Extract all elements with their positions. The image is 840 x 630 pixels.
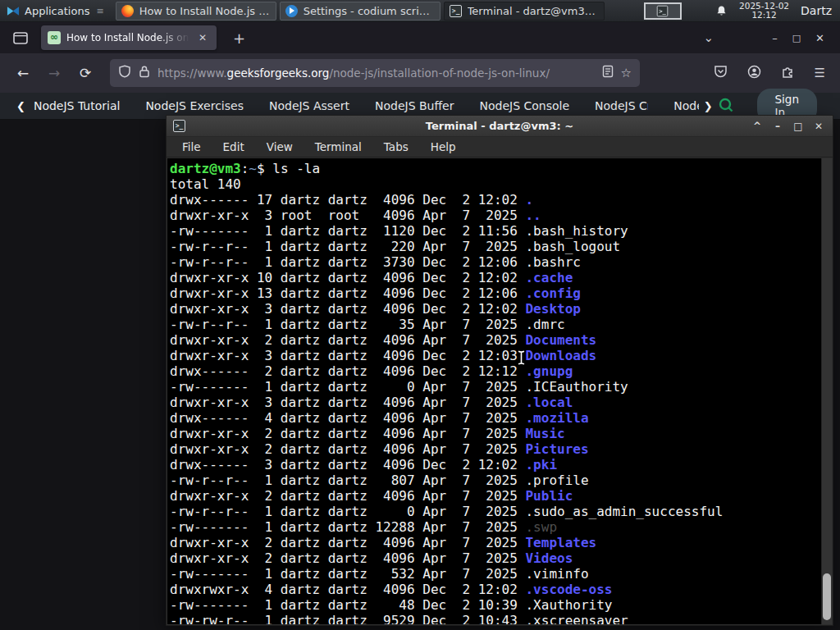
panel-username[interactable]: Dartz — [801, 4, 832, 17]
site-nav-links: NodeJS TutorialNodeJS ExercisesNodeJS As… — [34, 99, 648, 112]
nav-link-nodejs-tutorial[interactable]: NodeJS Tutorial — [34, 99, 120, 112]
workspace-switcher[interactable]: >_ — [644, 2, 682, 20]
applications-menu-button[interactable]: Applications ≡ — [0, 0, 111, 22]
terminal-line: drwxr-xr-x 13 dartz dartz 4096 Dec 2 12:… — [170, 285, 821, 301]
tracking-shield-icon[interactable] — [118, 65, 131, 81]
terminal-line: drwxr-xr-x 3 root root 4096 Apr 7 2025 .… — [170, 208, 821, 223]
terminal-screen[interactable]: dartz@vm3:~$ ls -latotal 140drwx------ 1… — [167, 158, 821, 624]
menu-item-tabs[interactable]: Tabs — [384, 140, 409, 153]
browser-minimize-button[interactable]: – — [765, 30, 785, 46]
terminal-line: -rw------- 1 dartz dartz 0 Apr 7 2025 .I… — [170, 379, 821, 395]
terminal-line: -rw-r--r-- 1 dartz dartz 35 Apr 7 2025 .… — [170, 317, 821, 332]
terminal-line: -rw-rw-r-- 1 dartz dartz 9529 Dec 2 10:4… — [170, 613, 821, 624]
reader-mode-icon[interactable] — [602, 65, 614, 81]
terminal-line: -rw-r--r-- 1 dartz dartz 807 Apr 7 2025 … — [170, 472, 821, 488]
terminal-body[interactable]: dartz@vm3:~$ ls -latotal 140drwx------ 1… — [167, 158, 832, 624]
menu-item-view[interactable]: View — [267, 140, 293, 153]
terminal-window-title: Terminal - dartz@vm3: ~ — [167, 120, 833, 132]
distro-logo-icon — [7, 4, 20, 17]
terminal-line: drwxr-xr-x 2 dartz dartz 4096 Apr 7 2025… — [170, 550, 821, 566]
menu-item-terminal[interactable]: Terminal — [315, 140, 362, 153]
menu-item-help[interactable]: Help — [431, 140, 456, 153]
taskbar-button-codium[interactable]: Settings - codium script... — [280, 2, 441, 21]
terminal-prompt-line: dartz@vm3:~$ ls -la — [170, 161, 821, 176]
nav-link-nodejs-buffer[interactable]: NodeJS Buffer — [375, 99, 454, 112]
terminal-line: drwxr-xr-x 3 dartz dartz 4096 Apr 7 2025… — [170, 395, 821, 410]
terminal-maximize-button[interactable]: □ — [791, 119, 806, 134]
nav-link-nodejs-assert[interactable]: NodeJS Assert — [269, 99, 349, 112]
extensions-icon[interactable] — [781, 65, 795, 82]
lock-icon[interactable] — [139, 65, 150, 81]
terminal-total-line: total 140 — [170, 176, 821, 192]
search-icon[interactable] — [718, 97, 734, 116]
terminal-line: -rw------- 1 dartz dartz 12288 Apr 7 202… — [170, 519, 821, 535]
taskbar-button-terminal[interactable]: >_ Terminal - dartz@vm3: ~ — [444, 2, 605, 21]
terminal-line: drwxrwxr-x 4 dartz dartz 4096 Dec 2 12:0… — [170, 582, 821, 597]
terminal-line: -rw------- 1 dartz dartz 1120 Dec 2 11:5… — [170, 223, 821, 239]
nav-link-nodejs-exercises[interactable]: NodeJS Exercises — [145, 99, 244, 112]
nav-link-truncated[interactable]: Node — [673, 99, 698, 112]
notification-bell-icon[interactable] — [714, 4, 728, 17]
terminal-shade-button[interactable]: ^ — [750, 119, 765, 134]
terminal-window-icon: >_ — [173, 120, 185, 132]
terminal-window: >_ Terminal - dartz@vm3: ~ ^ – □ ✕ FileE… — [166, 115, 833, 626]
nav-scroll-left-icon[interactable]: ❮ — [11, 100, 30, 112]
menu-item-edit[interactable]: Edit — [223, 140, 244, 153]
nav-link-nodejs-console[interactable]: NodeJS Console — [479, 99, 569, 112]
geeksforgeeks-favicon: ∞ — [48, 31, 61, 44]
browser-tab-active[interactable]: ∞ How to Install Node.js on ✕ — [41, 25, 217, 50]
terminal-menu-bar: FileEditViewTerminalTabsHelp — [167, 137, 833, 158]
terminal-line: drwxr-xr-x 2 dartz dartz 4096 Apr 7 2025… — [170, 441, 821, 457]
terminal-scrollbar-thumb[interactable] — [823, 573, 831, 620]
back-button[interactable]: ← — [10, 60, 36, 86]
account-icon[interactable] — [747, 65, 761, 82]
tab-title: How to Install Node.js on — [66, 32, 189, 43]
firefox-icon — [121, 4, 135, 17]
terminal-line: drwxr-xr-x 10 dartz dartz 4096 Dec 2 12:… — [170, 270, 821, 285]
hamburger-menu-icon[interactable]: ☰ — [815, 66, 825, 80]
browser-close-button[interactable]: ✕ — [808, 30, 832, 46]
bookmark-star-icon[interactable]: ☆ — [621, 66, 632, 80]
clock-time: 12:12 — [739, 11, 789, 20]
applications-label: Applications — [25, 5, 89, 17]
firefox-tab-bar: ∞ How to Install Node.js on ✕ + ⌄ – □ ✕ — [0, 22, 840, 53]
nav-scroll-right-icon[interactable]: ❯ — [699, 100, 718, 112]
panel-clock[interactable]: 2025-12-02 12:12 — [739, 2, 789, 20]
tab-close-icon[interactable]: ✕ — [195, 30, 210, 45]
list-all-tabs-icon[interactable]: ⌄ — [704, 30, 714, 45]
terminal-line: drwx------ 2 dartz dartz 4096 Dec 2 12:1… — [170, 363, 821, 379]
terminal-line: -rw-r--r-- 1 dartz dartz 220 Apr 7 2025 … — [170, 239, 821, 254]
terminal-minimize-button[interactable]: – — [770, 119, 785, 134]
terminal-line: -rw-r--r-- 1 dartz dartz 3730 Dec 2 12:0… — [170, 254, 821, 270]
terminal-line: drwxr-xr-x 2 dartz dartz 4096 Apr 7 2025… — [170, 535, 821, 550]
terminal-line: drwx------ 4 dartz dartz 4096 Apr 7 2025… — [170, 410, 821, 426]
terminal-title-bar[interactable]: >_ Terminal - dartz@vm3: ~ ^ – □ ✕ — [167, 116, 833, 137]
taskbar-button-firefox[interactable]: How to Install Node.js o... — [116, 2, 276, 21]
terminal-close-button[interactable]: ✕ — [811, 119, 826, 134]
panel-separator-icon: ≡ — [96, 6, 103, 16]
pocket-icon[interactable] — [714, 65, 728, 81]
firefox-view-icon[interactable] — [8, 27, 33, 48]
reload-button[interactable]: ⟳ — [72, 60, 98, 86]
browser-maximize-button[interactable]: □ — [785, 31, 808, 45]
taskbar: How to Install Node.js o... Settings - c… — [116, 2, 605, 21]
terminal-line: drwx------ 17 dartz dartz 4096 Dec 2 12:… — [170, 192, 821, 208]
terminal-scrollbar[interactable] — [821, 158, 832, 624]
forward-button[interactable]: → — [41, 60, 67, 86]
terminal-line: -rw-r--r-- 1 dartz dartz 0 Apr 7 2025 .s… — [170, 504, 821, 519]
firefox-nav-toolbar: ← → ⟳ https://www.geeksforgeeks.org/node… — [0, 53, 840, 93]
terminal-line: drwxr-xr-x 2 dartz dartz 4096 Apr 7 2025… — [170, 426, 821, 441]
nav-link-nodejs-crypto[interactable]: NodeJS Crypto — [595, 99, 648, 112]
url-text: https://www.geeksforgeeks.org/node-js/in… — [158, 66, 595, 80]
menu-item-file[interactable]: File — [182, 140, 201, 153]
codium-icon — [285, 4, 299, 17]
terminal-line: -rw------- 1 dartz dartz 48 Dec 2 10:39 … — [170, 597, 821, 613]
terminal-line: -rw------- 1 dartz dartz 532 Apr 7 2025 … — [170, 566, 821, 582]
address-bar[interactable]: https://www.geeksforgeeks.org/node-js/in… — [110, 59, 640, 87]
desktop-panel: Applications ≡ How to Install Node.js o.… — [0, 0, 840, 22]
terminal-line: drwxr-xr-x 3 dartz dartz 4096 Dec 2 12:0… — [170, 348, 821, 363]
terminal-icon: >_ — [450, 4, 463, 17]
new-tab-button[interactable]: + — [226, 30, 252, 47]
workspace-window-icon: >_ — [657, 5, 669, 16]
terminal-line: drwxr-xr-x 2 dartz dartz 4096 Apr 7 2025… — [170, 488, 821, 504]
